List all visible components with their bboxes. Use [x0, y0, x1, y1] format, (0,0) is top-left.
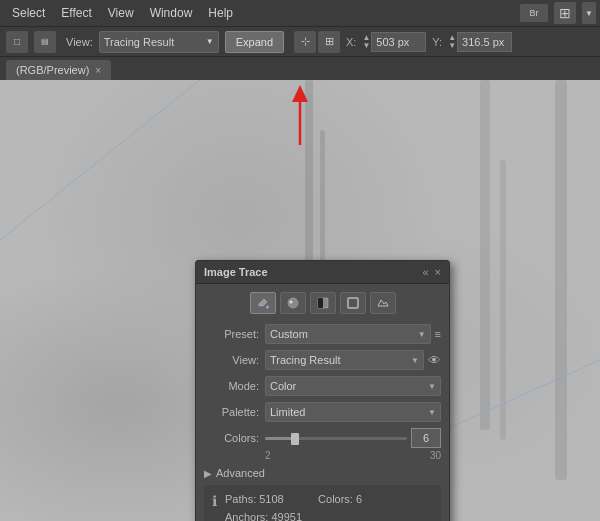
palette-dropdown[interactable]: Limited ▼	[265, 402, 441, 422]
mode-value: Color	[270, 380, 296, 392]
paths-value: 5108	[259, 493, 283, 505]
palette-value: Limited	[270, 406, 305, 418]
info-col-left: Paths: 5108 Anchors: 49951	[225, 491, 302, 521]
selection-icon[interactable]: ⊹	[294, 31, 316, 53]
advanced-triangle-icon: ▶	[204, 468, 212, 479]
view-row-label: View:	[204, 354, 259, 366]
info-col-right: Colors: 6	[318, 491, 362, 521]
view-dropdown-arrow-2: ▼	[411, 356, 419, 365]
tab-close-button[interactable]: ×	[95, 65, 101, 76]
tab-bar: (RGB/Preview) ×	[0, 56, 600, 80]
eye-icon[interactable]: 👁	[428, 353, 441, 368]
svg-point-6	[289, 301, 292, 304]
view-row: View: Tracing Result ▼ 👁	[204, 350, 441, 370]
v-mark-3	[480, 80, 490, 430]
y-coord-input[interactable]: 316.5 px	[457, 32, 512, 52]
menu-item-effect[interactable]: Effect	[53, 3, 99, 23]
view-row-dropdown[interactable]: Tracing Result ▼	[265, 350, 424, 370]
icon-black-white[interactable]	[310, 292, 336, 314]
y-down-arrow[interactable]: ▼	[448, 42, 456, 50]
mode-row: Mode: Color ▼	[204, 376, 441, 396]
mode-dropdown-arrow: ▼	[428, 382, 436, 391]
v-mark-5	[555, 80, 567, 480]
menu-item-select[interactable]: Select	[4, 3, 53, 23]
panel-header-controls: « ×	[422, 266, 441, 278]
toolbar-icon-2[interactable]: ▤	[34, 31, 56, 53]
view-dropdown[interactable]: Tracing Result ▼	[99, 31, 219, 53]
panel-title: Image Trace	[204, 266, 268, 278]
mode-dropdown[interactable]: Color ▼	[265, 376, 441, 396]
colors-label: Colors:	[204, 432, 259, 444]
colors-value-box[interactable]: 6	[411, 428, 441, 448]
slider-label-row: 2 30	[265, 450, 441, 461]
slider-min-label: 2	[265, 450, 271, 461]
x-label: X:	[346, 36, 356, 48]
palette-label: Palette:	[204, 406, 259, 418]
grid2-icon[interactable]: ⊞	[318, 31, 340, 53]
menu-item-view[interactable]: View	[100, 3, 142, 23]
view-row-value: Tracing Result	[270, 354, 341, 366]
panel-close-button[interactable]: ×	[435, 266, 441, 278]
canvas-tab[interactable]: (RGB/Preview) ×	[6, 60, 111, 80]
view-dropdown-arrow: ▼	[206, 37, 214, 46]
advanced-label: Advanced	[216, 467, 265, 479]
panel-collapse-button[interactable]: «	[422, 266, 428, 278]
icon-auto-color[interactable]	[250, 292, 276, 314]
menu-item-window[interactable]: Window	[142, 3, 201, 23]
info-section: ℹ Paths: 5108 Anchors: 49951 Colors: 6	[204, 485, 441, 521]
image-trace-panel: Image Trace « ×	[195, 260, 450, 521]
menu-item-help[interactable]: Help	[200, 3, 241, 23]
x-coord-input[interactable]: 503 px	[371, 32, 426, 52]
expand-button[interactable]: Expand	[225, 31, 284, 53]
preset-value: Custom	[270, 328, 308, 340]
view-label: View:	[66, 36, 93, 48]
palette-dropdown-arrow: ▼	[428, 408, 436, 417]
slider-max-label: 30	[430, 450, 441, 461]
icon-custom[interactable]	[370, 292, 396, 314]
x-down-arrow[interactable]: ▼	[362, 42, 370, 50]
colors-info-value: 6	[356, 493, 362, 505]
advanced-row[interactable]: ▶ Advanced	[204, 467, 441, 479]
v-mark-4	[500, 160, 506, 440]
preset-list-icon[interactable]: ≡	[435, 328, 441, 340]
colors-slider-thumb[interactable]	[291, 433, 299, 445]
mode-label: Mode:	[204, 380, 259, 392]
paths-label: Paths:	[225, 493, 256, 505]
panel-body: Preset: Custom ▼ ≡ View: Tracing Result …	[196, 284, 449, 521]
colors-slider-fill	[265, 437, 293, 440]
colors-info-label: Colors:	[318, 493, 353, 505]
svg-point-5	[288, 298, 298, 308]
grid-icon[interactable]: ⊞	[554, 2, 576, 24]
tab-name: (RGB/Preview)	[16, 64, 89, 76]
palette-row: Palette: Limited ▼	[204, 402, 441, 422]
colors-row: Colors: 6	[204, 428, 441, 448]
preset-label: Preset:	[204, 328, 259, 340]
canvas-area: Image Trace « ×	[0, 80, 600, 521]
icon-outline[interactable]	[340, 292, 366, 314]
preset-row: Preset: Custom ▼ ≡	[204, 324, 441, 344]
info-icon: ℹ	[212, 493, 217, 521]
y-label: Y:	[432, 36, 442, 48]
info-content: Paths: 5108 Anchors: 49951 Colors: 6	[225, 491, 362, 521]
panel-icon-bar	[204, 292, 441, 314]
svg-rect-8	[318, 298, 323, 308]
menu-bar: Select Effect View Window Help Br ⊞ ▼	[0, 0, 600, 26]
preset-dropdown[interactable]: Custom ▼	[265, 324, 431, 344]
svg-rect-9	[348, 298, 358, 308]
anchors-label: Anchors:	[225, 511, 268, 521]
br-icon[interactable]: Br	[520, 4, 548, 22]
panel-header: Image Trace « ×	[196, 261, 449, 284]
dropdown-arrow-icon[interactable]: ▼	[582, 2, 596, 24]
preset-dropdown-arrow: ▼	[418, 330, 426, 339]
colors-slider-track[interactable]	[265, 437, 407, 440]
icon-grayscale[interactable]	[280, 292, 306, 314]
toolbar: □ ▤ View: Tracing Result ▼ Expand ⊹ ⊞ X:…	[0, 26, 600, 56]
toolbar-icon-1[interactable]: □	[6, 31, 28, 53]
svg-point-4	[266, 306, 269, 309]
anchors-value: 49951	[271, 511, 302, 521]
